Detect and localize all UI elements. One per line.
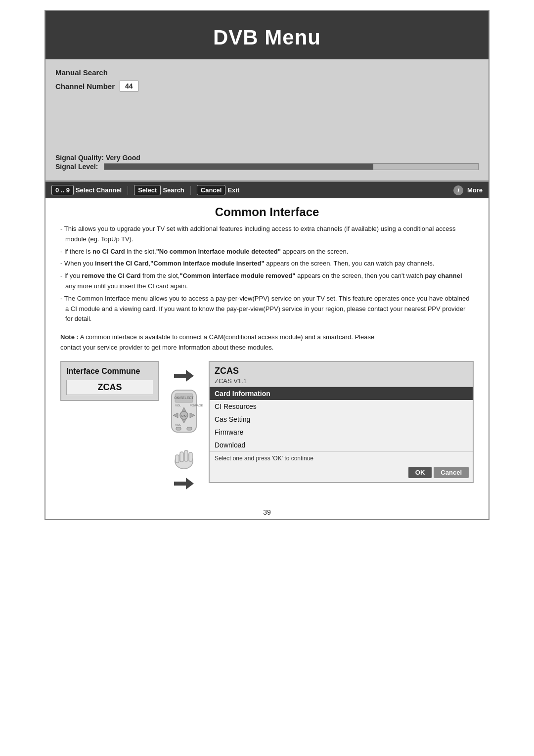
select-channel-item: 0 .. 9 Select Channel [51, 185, 122, 195]
select-search-item: Select Search [134, 185, 184, 195]
ic-panel: Interface Commune ZCAS [60, 361, 159, 401]
manual-search-label: Manual Search [55, 68, 479, 77]
zcas-panel-footer: Select one and press 'OK' to continue [210, 451, 473, 465]
remote-control: OK/SELECT VOL PG/PAGE [164, 388, 204, 444]
menu-item-ci-resources[interactable]: CI Resources [210, 400, 473, 413]
menu-item-firmware[interactable]: Firmware [210, 426, 473, 439]
dvb-header: DVB Menu [45, 11, 489, 59]
more-item: i More [453, 185, 483, 195]
page-number: 39 [45, 503, 489, 519]
channel-number-value: 44 [120, 81, 138, 91]
svg-rect-14 [187, 427, 192, 430]
select-channel-label: Select Channel [76, 186, 122, 194]
signal-quality-label: Signal Quality: Very Good [55, 154, 479, 162]
svg-rect-19 [176, 455, 179, 463]
signal-bar-container [104, 163, 479, 170]
dvb-empty-area [55, 94, 479, 154]
key-cancel: Cancel [197, 185, 226, 195]
dvb-content: Manual Search Channel Number 44 Signal Q… [45, 59, 489, 182]
arrow-right-1 [174, 370, 194, 384]
exit-label: Exit [227, 186, 239, 194]
svg-marker-20 [174, 478, 194, 489]
separator-1 [128, 186, 128, 195]
svg-text:OK/SELECT: OK/SELECT [174, 396, 194, 400]
menu-item-download[interactable]: Download [210, 439, 473, 451]
svg-rect-13 [176, 427, 181, 430]
ci-description: - This allows you to upgrade your TV set… [60, 224, 474, 324]
svg-marker-0 [174, 370, 194, 382]
ci-desc-1: - This allows you to upgrade your TV set… [60, 224, 474, 245]
dvb-title: DVB Menu [55, 26, 479, 49]
ci-desc-3: - When you insert the CI Card,"Common in… [60, 259, 474, 269]
svg-rect-18 [189, 452, 192, 461]
signal-level-row: Signal Level: [55, 163, 479, 171]
menu-item-cas-setting[interactable]: Cas Setting [210, 413, 473, 426]
cancel-exit-item: Cancel Exit [197, 185, 239, 195]
dvb-bottom-bar: 0 .. 9 Select Channel Select Search Canc… [45, 182, 489, 198]
ci-desc-4: - If you remove the CI Card from the slo… [60, 271, 474, 292]
key-select: Select [134, 185, 161, 195]
zcas-panel-version: ZCAS V1.1 [215, 377, 468, 385]
search-label: Search [163, 186, 184, 194]
svg-text:VOL: VOL [175, 423, 181, 426]
menu-item-card-info[interactable]: Card Information [210, 387, 473, 400]
ci-desc-2: - If there is no CI Card in the slot,"No… [60, 247, 474, 257]
svg-rect-17 [184, 450, 188, 461]
signal-bar-fill [104, 164, 373, 170]
zcas-panel-title: ZCAS [215, 366, 468, 376]
svg-text:VOL: VOL [175, 404, 181, 407]
separator-2 [190, 186, 191, 195]
ic-panel-title: Interface Commune [66, 367, 153, 376]
zcas-menu-list: Card Information CI Resources Cas Settin… [210, 387, 473, 451]
svg-rect-16 [180, 452, 183, 462]
svg-text:PG/PAGE: PG/PAGE [190, 404, 203, 407]
ci-title: Common Interface [60, 198, 474, 224]
hand-cursor [169, 444, 199, 476]
ic-panel-zcas: ZCAS [66, 380, 153, 395]
ci-illustration: Interface Commune ZCAS [60, 361, 474, 493]
zcas-cancel-button[interactable]: Cancel [434, 467, 469, 478]
svg-text:OK/: OK/ [181, 414, 187, 417]
zcas-panel-header: ZCAS ZCAS V1.1 [210, 362, 473, 387]
ci-desc-5: - The Common Interface menu allows you t… [60, 294, 474, 324]
channel-number-label: Channel Number [55, 82, 115, 90]
page-container: DVB Menu Manual Search Channel Number 44… [44, 10, 490, 520]
zcas-panel: ZCAS ZCAS V1.1 Card Information CI Resou… [209, 361, 474, 483]
key-0-9: 0 .. 9 [51, 185, 74, 195]
ci-section: Common Interface - This allows you to up… [45, 198, 489, 503]
more-label: More [467, 186, 483, 194]
ci-note: Note : A common interface is available t… [60, 332, 474, 353]
arrow-right-2 [174, 478, 194, 491]
zcas-ok-button[interactable]: OK [408, 467, 432, 478]
info-icon: i [453, 185, 463, 195]
zcas-panel-buttons: OK Cancel [210, 465, 473, 482]
channel-number-row: Channel Number 44 [55, 81, 479, 91]
signal-level-label: Signal Level: [55, 163, 100, 171]
